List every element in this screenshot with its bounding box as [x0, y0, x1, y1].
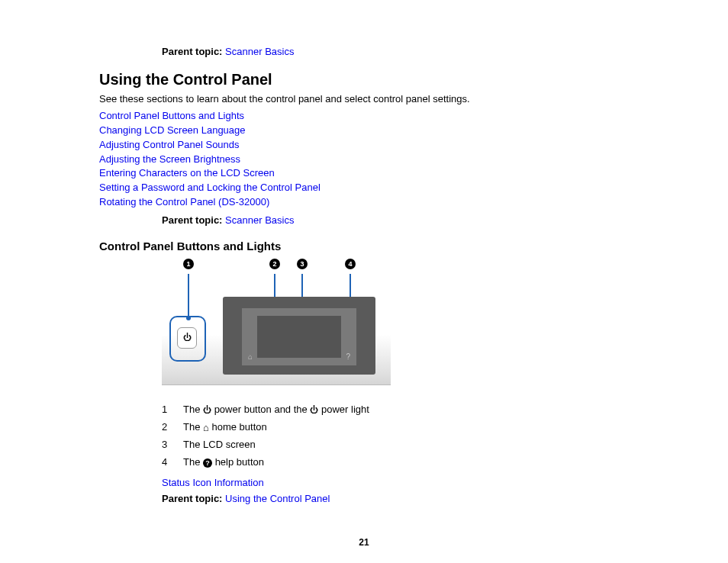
- toc-link[interactable]: Changing LCD Screen Language: [99, 124, 246, 136]
- toc-link[interactable]: Adjusting Control Panel Sounds: [99, 139, 240, 150]
- parent-topic-label: Parent topic:: [162, 46, 222, 57]
- legend-index: 3: [162, 439, 169, 450]
- home-icon: ⌂: [248, 352, 253, 361]
- power-icon: ⏻: [183, 333, 192, 342]
- parent-topic-bottom: Parent topic: Using the Control Panel: [162, 493, 636, 504]
- subsection-title: Control Panel Buttons and Lights: [99, 240, 636, 253]
- control-panel-diagram: 1 2 3 4 ⏻ ⌂ ?: [162, 259, 636, 385]
- lcd-panel: ⌂ ?: [223, 297, 375, 375]
- power-icon: ⏻: [203, 406, 211, 414]
- toc-list: Control Panel Buttons and Lights Changin…: [99, 109, 636, 210]
- parent-topic-top: Parent topic: Scanner Basics: [162, 46, 636, 57]
- legend-index: 2: [162, 421, 169, 433]
- sub-link[interactable]: Status Icon Information: [162, 477, 264, 488]
- lcd-bezel: ⌂ ?: [242, 308, 356, 365]
- legend-row: 3 The LCD screen: [162, 439, 636, 450]
- power-button-outline: ⏻: [169, 316, 206, 362]
- toc-link[interactable]: Setting a Password and Locking the Contr…: [99, 182, 321, 193]
- leader-line: [188, 274, 189, 318]
- parent-topic-link[interactable]: Scanner Basics: [225, 214, 294, 226]
- home-icon: ⌂: [203, 423, 209, 433]
- legend-index: 1: [162, 404, 169, 415]
- power-icon: ⏻: [310, 406, 318, 414]
- help-icon: ?: [203, 458, 212, 468]
- legend-row: 1 The ⏻ power button and the ⏻ power lig…: [162, 404, 636, 415]
- parent-topic-label: Parent topic:: [162, 214, 222, 226]
- toc-link[interactable]: Adjusting the Screen Brightness: [99, 153, 240, 165]
- legend-text: The ⌂ home button: [183, 421, 267, 433]
- page-title: Using the Control Panel: [99, 71, 636, 88]
- parent-topic-mid: Parent topic: Scanner Basics: [162, 214, 636, 226]
- toc-link[interactable]: Rotating the Control Panel (DS-32000): [99, 196, 269, 208]
- parent-topic-link[interactable]: Scanner Basics: [225, 46, 294, 57]
- legend-text: The ⏻ power button and the ⏻ power light: [183, 404, 369, 415]
- legend-list: 1 The ⏻ power button and the ⏻ power lig…: [162, 404, 636, 468]
- legend-row: 4 The ? help button: [162, 456, 636, 468]
- parent-topic-link[interactable]: Using the Control Panel: [225, 493, 330, 504]
- callout-4: 4: [345, 259, 356, 269]
- power-button: ⏻: [177, 327, 197, 349]
- legend-text: The ? help button: [183, 456, 264, 468]
- intro-text: See these sections to learn about the co…: [99, 93, 636, 105]
- legend-row: 2 The ⌂ home button: [162, 421, 636, 433]
- parent-topic-label: Parent topic:: [162, 493, 222, 504]
- page-number: 21: [0, 537, 728, 548]
- toc-link[interactable]: Entering Characters on the LCD Screen: [99, 167, 275, 179]
- callout-1: 1: [183, 259, 194, 269]
- callout-3: 3: [297, 259, 308, 269]
- toc-link[interactable]: Control Panel Buttons and Lights: [99, 110, 244, 121]
- callout-2: 2: [269, 259, 280, 269]
- legend-index: 4: [162, 456, 169, 468]
- lcd-screen: [257, 316, 341, 358]
- help-icon: ?: [346, 352, 350, 361]
- legend-text: The LCD screen: [183, 439, 256, 450]
